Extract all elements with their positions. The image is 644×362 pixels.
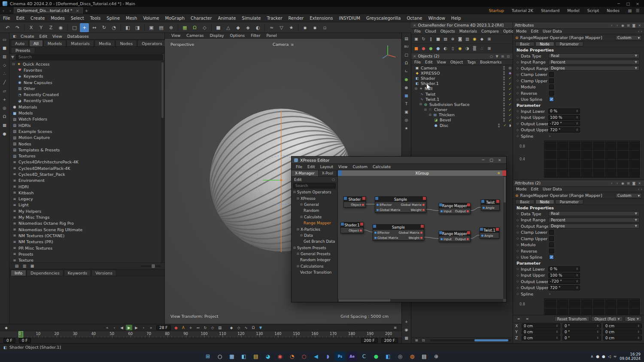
attribute-checkbox[interactable] [549,91,554,96]
tab-keywords[interactable]: Keywords [64,270,91,276]
after-effects[interactable]: Ae [347,352,357,361]
animate-diamond-icon[interactable]: ◇ [516,212,521,215]
animate-diamond-icon[interactable]: ◇ [516,256,521,259]
tab-operators[interactable]: Operators [137,40,166,46]
tab-nodes[interactable]: Nodes [115,40,137,46]
operator-tree-item[interactable]: ⊟ System Operators [292,189,337,195]
menu-item[interactable]: File [0,16,13,21]
asset-tree-item[interactable]: ≡ PR Misc Textures [9,245,164,251]
search[interactable]: ○ [215,352,225,361]
node-outputs-corner[interactable] [467,203,470,206]
node-outputs-corner[interactable] [360,223,363,226]
menu-item[interactable]: Edit [305,165,317,169]
input-port[interactable]: Effector [374,231,389,235]
asset-tree-item[interactable]: ■ Models [9,110,164,116]
asset-tree-item[interactable]: ▨ Nodes [9,141,164,147]
asset-tree-item[interactable]: ▨ Templates & Presets [9,147,164,153]
menu-item[interactable]: Render [286,16,307,21]
enabled-check-icon[interactable]: ✓ [507,118,513,122]
redo[interactable]: ↷ [13,23,22,32]
stop-render[interactable]: ■ [434,35,442,42]
attribute-number-field[interactable]: 100 %⇕ [548,115,580,120]
menu-item[interactable]: Edit [529,29,541,33]
animate-diamond-icon[interactable]: ◇ [516,128,521,132]
menu-item[interactable]: Help [448,16,464,21]
enabled-check-icon[interactable]: ✓ [502,123,507,127]
panel-mode-icon[interactable]: ⊡ [420,338,426,343]
output-port[interactable]: Weight [411,208,425,212]
attribute-checkbox[interactable] [549,72,554,77]
expander-icon[interactable]: ⊟ [297,265,301,268]
visibility-dots[interactable] [503,76,505,80]
close-icon[interactable]: × [637,181,642,185]
detail-view-icon[interactable]: ▥ [21,263,28,269]
play-button[interactable]: ▶ [126,325,132,330]
tray-app-orange[interactable]: ● [602,354,605,359]
object-row[interactable]: ⊟ ▤ Thicken ✓ [411,112,513,118]
edit-menu[interactable]: Edit [294,178,301,182]
animate-diamond-icon[interactable]: ◇ [516,231,521,234]
node-outputs-corner[interactable] [423,197,426,200]
node-inputs-corner[interactable] [344,197,347,200]
asset-tree-item[interactable]: ◉ New Capsules [9,79,164,85]
search-icon[interactable]: ○ [332,178,335,181]
operator-tree-item[interactable]: Random [292,208,337,214]
tab-all[interactable]: All [29,40,43,46]
visibility-dots[interactable] [503,97,505,101]
move-tool[interactable]: + [80,23,89,32]
render-settings[interactable]: ⊕ [167,23,176,32]
text-tool[interactable]: T [403,100,410,107]
input-port[interactable]: Angle [483,206,495,210]
menu-item[interactable]: Character [188,16,215,21]
asset-tree-item[interactable]: ≡ HDRI [9,184,164,190]
attribute-checkbox[interactable] [549,236,554,241]
nav-arrows-icon[interactable]: ‹ › [638,187,644,191]
settings[interactable]: ⊕ [431,352,441,361]
asset-tree-item[interactable]: ● Materials [9,104,164,110]
locked-workplane[interactable]: ▦ [1,121,9,129]
group-outputs-corner[interactable] [502,170,506,176]
output-port[interactable]: Output [455,209,469,213]
nav-forward-icon[interactable]: › [614,181,620,185]
rotation-field[interactable]: 0 °⇕ [562,323,601,329]
notepad[interactable]: ▤ [419,352,429,361]
geometry-cube[interactable]: ■ [403,92,410,99]
goto-end[interactable]: » [148,325,154,330]
animate-diamond-icon[interactable]: ◇ [516,218,521,222]
expander-icon[interactable]: ⊟ [293,190,297,194]
visibility-dots[interactable] [503,113,505,117]
operator-tree-item[interactable]: ⊟ Calculate [292,214,337,220]
visibility-dots[interactable] [503,108,505,112]
discord[interactable]: ◗ [323,352,333,361]
compass[interactable]: ◉ [403,326,410,333]
menu-item[interactable]: Modes [48,16,67,21]
animate-diamond-icon[interactable]: ◇ [516,116,521,119]
start-button[interactable]: ⊞ [203,352,213,361]
vdb-volume[interactable]: ▒ [471,45,478,52]
scatter[interactable]: ∴ [478,45,486,52]
tab-parameter[interactable]: Parameter [555,199,583,204]
node-outputs-corner[interactable] [362,197,365,200]
node-inputs-corner[interactable] [480,228,483,231]
attribute-checkbox[interactable] [549,255,554,259]
size-dropdown[interactable]: Size▼ [625,316,642,322]
snap-magnet[interactable]: Ω [403,59,410,66]
expander-icon[interactable]: ⊟ [297,197,301,200]
position-field[interactable]: 0 cm⇕ [522,335,560,341]
simulation[interactable]: ▽ [277,23,286,32]
xpresso-graph-area[interactable]: XGroup ⊕ ShaderObjectSampleEffectorGloba… [338,170,506,302]
menu-item[interactable]: Panel [264,33,280,38]
tab-media[interactable]: Media [94,40,115,46]
edges-mode[interactable]: ╱ [1,78,9,86]
hdri-environment[interactable]: ◑ [464,45,471,52]
enabled-check-icon[interactable]: ✓ [507,76,513,80]
visibility-dots[interactable] [503,92,505,96]
model-mode[interactable]: ■ [1,44,9,51]
lock-x-axis[interactable]: X [27,23,36,32]
record-keyframe[interactable]: ● [173,325,179,330]
xpresso-node[interactable]: Twist.1Angle [480,227,499,238]
live-viewer[interactable]: ▣ [413,35,420,42]
layout-standard[interactable]: Standard [537,8,563,13]
goto-start[interactable]: « [104,325,110,330]
operator-tree-item[interactable]: ⊟ Calculations [292,263,337,269]
